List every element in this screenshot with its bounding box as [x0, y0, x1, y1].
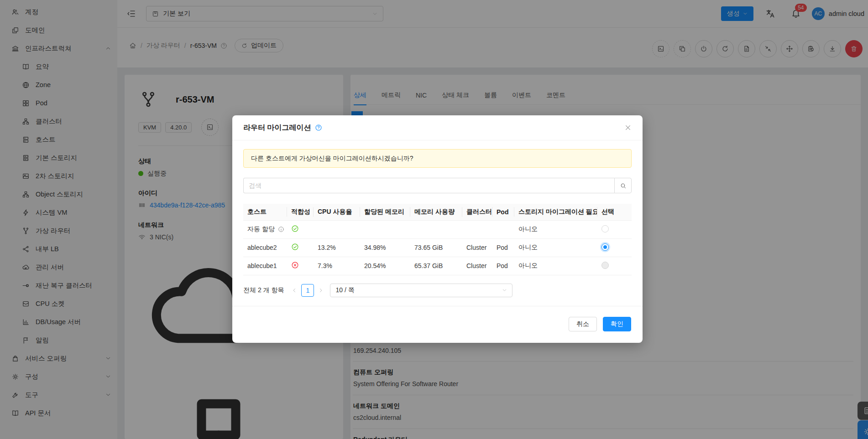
router-migration-modal: 라우터 마이그레이션 다른 호스트에게 가상머신을 마이그레이션하시겠습니까?	[232, 115, 643, 343]
chevron-down-icon	[502, 288, 507, 293]
memory-allocated: 20.54%	[360, 257, 410, 275]
ok-button[interactable]: 확인	[603, 317, 631, 331]
select-radio[interactable]	[601, 225, 609, 232]
pagination: 전체 2 개 항목 1 10 / 쪽	[243, 283, 632, 298]
storage-migration-required: 아니오	[514, 238, 597, 257]
search-icon	[620, 182, 627, 189]
memory-allocated	[360, 220, 410, 238]
column-header: 메모리 사용량	[410, 204, 462, 220]
cluster: Cluster	[462, 257, 492, 275]
column-header: 할당된 메모리	[360, 204, 410, 220]
memory-used	[410, 220, 462, 238]
search-input[interactable]	[243, 178, 614, 193]
storage-migration-required: 아니오	[514, 220, 597, 238]
column-header: 적합성	[287, 204, 314, 220]
host-table-row: ablecube213.2%34.98%73.65 GiBClusterPod아…	[243, 238, 632, 257]
column-header: Pod	[492, 204, 514, 220]
select-radio[interactable]	[601, 262, 609, 269]
host-name: ablecube1	[247, 262, 277, 269]
memory-used: 73.65 GiB	[410, 238, 462, 257]
check-circle-icon	[291, 225, 299, 232]
memory-allocated: 34.98%	[360, 238, 410, 257]
close-circle-icon	[291, 261, 299, 269]
cluster	[462, 220, 492, 238]
column-header: 호스트	[243, 204, 287, 220]
pod: Pod	[492, 238, 514, 257]
page-size-select[interactable]: 10 / 쪽	[330, 284, 512, 297]
cpu-used: 7.3%	[314, 257, 360, 275]
host-name: ablecube2	[247, 244, 277, 251]
host-table: 호스트적합성CPU 사용율할당된 메모리메모리 사용량클러스터Pod스토리지 마…	[243, 204, 632, 275]
cluster: Cluster	[462, 238, 492, 257]
chevron-left-icon[interactable]	[292, 288, 297, 293]
memory-used: 65.37 GiB	[410, 257, 462, 275]
check-circle-icon	[291, 243, 299, 251]
cpu-used	[314, 220, 360, 238]
chevron-right-icon[interactable]	[318, 288, 324, 293]
pod	[492, 220, 514, 238]
column-header: 스토리지 마이그레이션 필요	[514, 204, 597, 220]
column-header: 클러스터	[462, 204, 492, 220]
pod: Pod	[492, 257, 514, 275]
migration-alert: 다른 호스트에게 가상머신을 마이그레이션하시겠습니까?	[243, 149, 632, 168]
host-table-row: 자동 할당아니오	[243, 220, 632, 238]
modal-title: 라우터 마이그레이션	[243, 123, 311, 133]
cpu-used: 13.2%	[314, 238, 360, 257]
select-radio[interactable]	[601, 243, 609, 251]
close-icon[interactable]	[624, 124, 632, 131]
cancel-button[interactable]: 취소	[569, 317, 597, 331]
search-button[interactable]	[614, 178, 632, 193]
column-header: 선택	[597, 204, 632, 220]
page-number[interactable]: 1	[301, 284, 314, 297]
column-header: CPU 사용율	[314, 204, 360, 220]
pagination-total: 전체 2 개 항목	[243, 286, 284, 294]
info-circle-icon	[278, 226, 284, 232]
host-name: 자동 할당	[247, 225, 275, 233]
question-circle-icon[interactable]	[315, 124, 322, 131]
storage-migration-required: 아니오	[514, 257, 597, 275]
host-table-row: ablecube17.3%20.54%65.37 GiBClusterPod아니…	[243, 257, 632, 275]
